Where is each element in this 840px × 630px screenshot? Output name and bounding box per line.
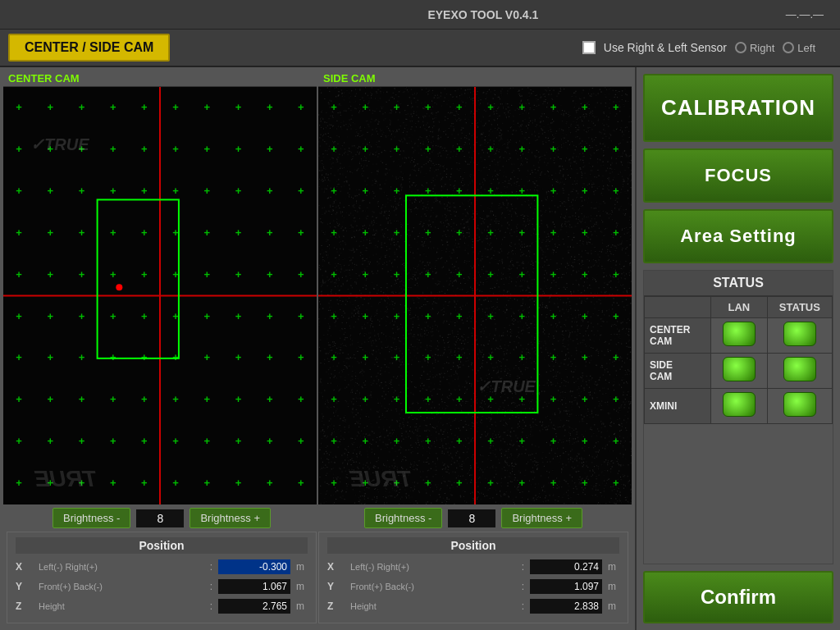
cameras-row: CENTER CAM SIDE CAM [3, 71, 632, 504]
app-title: EYEXO TOOL V0.4.1 [180, 8, 786, 21]
side-z-unit: m [608, 600, 619, 612]
status-xmini-status [767, 389, 832, 424]
side-x-row: X Left(-) Right(+) : m [327, 559, 619, 575]
header: EYEXO TOOL V0.4.1 —.—.— [0, 0, 840, 30]
controls-row: Brightness - 8 Brightness + Position X L… [3, 504, 632, 627]
center-x-unit: m [296, 561, 308, 573]
sensor-label: Use Right & Left Sensor [604, 41, 727, 54]
area-setting-button[interactable]: Area Setting [643, 209, 833, 263]
side-y-label: Y [327, 581, 345, 592]
center-y-row: Y Front(+) Back(-) : m [16, 578, 308, 595]
side-position-title: Position [327, 537, 619, 554]
status-side-cam-lan [710, 354, 767, 389]
center-z-input[interactable] [217, 598, 291, 614]
center-cam-canvas [3, 87, 317, 504]
center-cam-controls: Brightness - 8 Brightness + Position X L… [7, 508, 317, 623]
table-row: SIDECAM [645, 354, 833, 389]
center-cam-label: CENTER CAM [3, 71, 317, 87]
center-y-desc: Front(+) Back(-) [39, 582, 205, 591]
center-y-label: Y [16, 581, 34, 592]
status-side-cam-label: SIDECAM [645, 354, 711, 389]
header-time: —.—.— [786, 8, 824, 21]
side-x-label: X [327, 561, 345, 573]
center-brightness-plus-button[interactable]: Brightness + [189, 508, 271, 528]
center-x-row: X Left(-) Right(+) : m [16, 559, 308, 575]
sensor-checkbox[interactable] [582, 41, 596, 54]
side-cam-lan-led [723, 357, 756, 381]
center-position-box: Position X Left(-) Right(+) : m Y Front(… [7, 532, 317, 623]
center-z-row: Z Height : m [16, 598, 308, 614]
center-x-input[interactable] [217, 559, 291, 575]
side-cam-canvas [318, 87, 632, 504]
table-row: CENTERCAM [645, 318, 833, 354]
right-panel: CALIBRATION FOCUS Area Setting STATUS LA… [635, 67, 840, 630]
center-y-input[interactable] [217, 578, 291, 595]
main-content: CENTER CAM SIDE CAM Brightness - 8 Br [0, 67, 840, 630]
confirm-button[interactable]: Confirm [643, 571, 833, 623]
side-cam-label: SIDE CAM [318, 71, 632, 87]
center-x-label: X [16, 561, 34, 573]
camera-area: CENTER CAM SIDE CAM Brightness - 8 Br [0, 67, 635, 630]
status-col-status: STATUS [767, 297, 832, 318]
side-cam-controls: Brightness - 8 Brightness + Position X L… [318, 508, 628, 623]
center-position-title: Position [16, 537, 308, 554]
center-brightness-value: 8 [135, 509, 185, 528]
side-cam-panel: SIDE CAM [318, 71, 632, 504]
side-z-desc: Height [350, 601, 517, 611]
status-side-cam-status [767, 354, 832, 389]
right-radio-label: Right [750, 42, 774, 54]
status-col-empty [645, 297, 711, 318]
right-radio-icon [735, 42, 746, 53]
status-table: LAN STATUS CENTERCAM SIDECAM [644, 296, 833, 424]
side-cam-view [318, 87, 632, 504]
side-brightness-plus-button[interactable]: Brightness + [501, 508, 582, 528]
xmini-status-led [783, 392, 816, 417]
status-xmini-label: XMINI [645, 389, 711, 424]
side-z-label: Z [327, 600, 345, 612]
xmini-lan-led [723, 392, 756, 417]
side-x-input[interactable] [529, 559, 603, 575]
status-center-cam-lan [710, 318, 767, 354]
side-y-input[interactable] [529, 578, 603, 595]
left-radio-icon [783, 42, 794, 53]
side-z-input[interactable] [529, 598, 603, 614]
left-radio-option[interactable]: Left [783, 42, 815, 54]
sensor-area: Use Right & Left Sensor Right Left [582, 41, 815, 54]
center-brightness-minus-button[interactable]: Brightness - [52, 508, 130, 528]
center-cam-status-led [783, 322, 816, 346]
center-x-desc: Left(-) Right(+) [39, 562, 205, 572]
side-x-unit: m [608, 561, 619, 573]
status-panel: STATUS LAN STATUS CENTERCAM [643, 270, 833, 564]
side-y-desc: Front(+) Back(-) [350, 582, 517, 591]
side-x-desc: Left(-) Right(+) [350, 562, 517, 572]
side-brightness-row: Brightness - 8 Brightness + [364, 508, 582, 528]
calibration-button[interactable]: CALIBRATION [643, 74, 833, 142]
focus-button[interactable]: FOCUS [643, 148, 833, 203]
mode-button[interactable]: CENTER / SIDE CAM [8, 34, 170, 62]
center-cam-view [3, 87, 317, 504]
center-y-unit: m [296, 581, 308, 592]
side-cam-status-led [783, 357, 816, 381]
status-title: STATUS [644, 271, 833, 296]
status-center-cam-label: CENTERCAM [645, 318, 711, 354]
table-row: XMINI [645, 389, 833, 424]
side-brightness-minus-button[interactable]: Brightness - [364, 508, 442, 528]
side-y-row: Y Front(+) Back(-) : m [327, 578, 619, 595]
center-cam-lan-led [723, 322, 756, 346]
status-xmini-lan [710, 389, 767, 424]
center-brightness-row: Brightness - 8 Brightness + [52, 508, 271, 528]
center-z-desc: Height [39, 601, 205, 611]
right-radio-option[interactable]: Right [735, 42, 774, 54]
left-radio-label: Left [797, 42, 815, 54]
center-z-label: Z [16, 600, 34, 612]
status-col-lan: LAN [710, 297, 767, 318]
top-bar: CENTER / SIDE CAM Use Right & Left Senso… [0, 30, 840, 67]
center-z-unit: m [296, 600, 308, 612]
side-brightness-value: 8 [447, 509, 496, 528]
status-center-cam-status [767, 318, 832, 354]
side-y-unit: m [608, 581, 619, 592]
center-cam-panel: CENTER CAM [3, 71, 317, 504]
side-z-row: Z Height : m [327, 598, 619, 614]
side-position-box: Position X Left(-) Right(+) : m Y Front(… [318, 532, 628, 623]
